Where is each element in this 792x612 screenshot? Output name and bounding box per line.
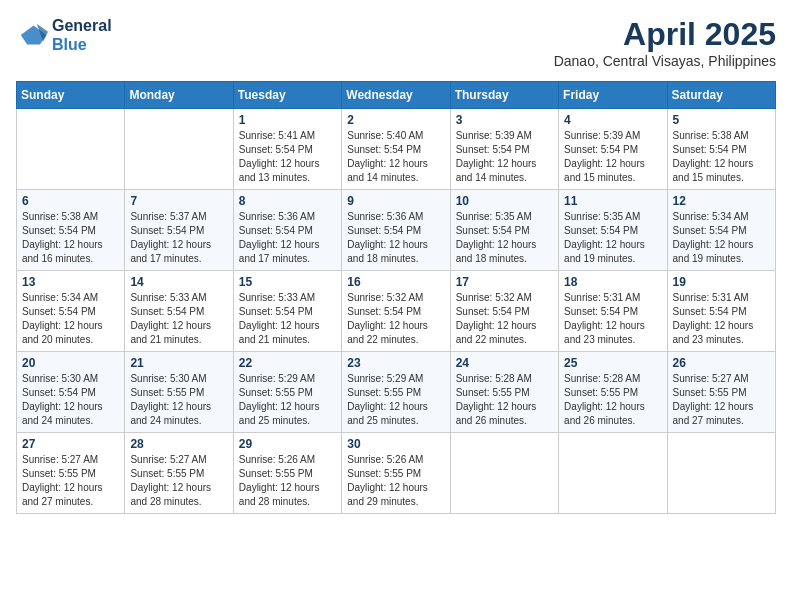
calendar-cell: 21Sunrise: 5:30 AM Sunset: 5:55 PM Dayli… — [125, 352, 233, 433]
day-info: Sunrise: 5:38 AM Sunset: 5:54 PM Dayligh… — [673, 129, 770, 185]
calendar-cell: 8Sunrise: 5:36 AM Sunset: 5:54 PM Daylig… — [233, 190, 341, 271]
day-number: 19 — [673, 275, 770, 289]
day-number: 25 — [564, 356, 661, 370]
calendar-cell: 15Sunrise: 5:33 AM Sunset: 5:54 PM Dayli… — [233, 271, 341, 352]
day-number: 1 — [239, 113, 336, 127]
day-number: 11 — [564, 194, 661, 208]
calendar-cell: 3Sunrise: 5:39 AM Sunset: 5:54 PM Daylig… — [450, 109, 558, 190]
calendar-cell: 22Sunrise: 5:29 AM Sunset: 5:55 PM Dayli… — [233, 352, 341, 433]
calendar-cell: 16Sunrise: 5:32 AM Sunset: 5:54 PM Dayli… — [342, 271, 450, 352]
day-number: 4 — [564, 113, 661, 127]
calendar-cell — [125, 109, 233, 190]
calendar-cell: 5Sunrise: 5:38 AM Sunset: 5:54 PM Daylig… — [667, 109, 775, 190]
day-info: Sunrise: 5:28 AM Sunset: 5:55 PM Dayligh… — [456, 372, 553, 428]
calendar-cell: 6Sunrise: 5:38 AM Sunset: 5:54 PM Daylig… — [17, 190, 125, 271]
calendar-cell: 7Sunrise: 5:37 AM Sunset: 5:54 PM Daylig… — [125, 190, 233, 271]
day-number: 21 — [130, 356, 227, 370]
weekday-header-row: SundayMondayTuesdayWednesdayThursdayFrid… — [17, 82, 776, 109]
day-info: Sunrise: 5:33 AM Sunset: 5:54 PM Dayligh… — [130, 291, 227, 347]
day-number: 9 — [347, 194, 444, 208]
day-number: 28 — [130, 437, 227, 451]
calendar-cell: 17Sunrise: 5:32 AM Sunset: 5:54 PM Dayli… — [450, 271, 558, 352]
calendar-cell: 20Sunrise: 5:30 AM Sunset: 5:54 PM Dayli… — [17, 352, 125, 433]
calendar-cell: 26Sunrise: 5:27 AM Sunset: 5:55 PM Dayli… — [667, 352, 775, 433]
calendar-cell: 4Sunrise: 5:39 AM Sunset: 5:54 PM Daylig… — [559, 109, 667, 190]
month-title: April 2025 — [554, 16, 776, 53]
weekday-header-saturday: Saturday — [667, 82, 775, 109]
location: Danao, Central Visayas, Philippines — [554, 53, 776, 69]
calendar-cell — [450, 433, 558, 514]
day-info: Sunrise: 5:39 AM Sunset: 5:54 PM Dayligh… — [564, 129, 661, 185]
day-info: Sunrise: 5:34 AM Sunset: 5:54 PM Dayligh… — [22, 291, 119, 347]
day-number: 24 — [456, 356, 553, 370]
day-info: Sunrise: 5:30 AM Sunset: 5:54 PM Dayligh… — [22, 372, 119, 428]
day-number: 8 — [239, 194, 336, 208]
day-info: Sunrise: 5:33 AM Sunset: 5:54 PM Dayligh… — [239, 291, 336, 347]
weekday-header-friday: Friday — [559, 82, 667, 109]
day-number: 5 — [673, 113, 770, 127]
calendar-week-5: 27Sunrise: 5:27 AM Sunset: 5:55 PM Dayli… — [17, 433, 776, 514]
day-number: 2 — [347, 113, 444, 127]
weekday-header-tuesday: Tuesday — [233, 82, 341, 109]
logo-text: General Blue — [52, 16, 112, 54]
day-number: 22 — [239, 356, 336, 370]
calendar-cell: 23Sunrise: 5:29 AM Sunset: 5:55 PM Dayli… — [342, 352, 450, 433]
day-info: Sunrise: 5:39 AM Sunset: 5:54 PM Dayligh… — [456, 129, 553, 185]
day-info: Sunrise: 5:31 AM Sunset: 5:54 PM Dayligh… — [564, 291, 661, 347]
day-info: Sunrise: 5:35 AM Sunset: 5:54 PM Dayligh… — [564, 210, 661, 266]
day-info: Sunrise: 5:34 AM Sunset: 5:54 PM Dayligh… — [673, 210, 770, 266]
calendar-table: SundayMondayTuesdayWednesdayThursdayFrid… — [16, 81, 776, 514]
weekday-header-sunday: Sunday — [17, 82, 125, 109]
day-number: 27 — [22, 437, 119, 451]
day-info: Sunrise: 5:36 AM Sunset: 5:54 PM Dayligh… — [347, 210, 444, 266]
calendar-cell: 2Sunrise: 5:40 AM Sunset: 5:54 PM Daylig… — [342, 109, 450, 190]
day-info: Sunrise: 5:29 AM Sunset: 5:55 PM Dayligh… — [347, 372, 444, 428]
calendar-week-3: 13Sunrise: 5:34 AM Sunset: 5:54 PM Dayli… — [17, 271, 776, 352]
calendar-cell: 9Sunrise: 5:36 AM Sunset: 5:54 PM Daylig… — [342, 190, 450, 271]
day-info: Sunrise: 5:27 AM Sunset: 5:55 PM Dayligh… — [22, 453, 119, 509]
weekday-header-wednesday: Wednesday — [342, 82, 450, 109]
day-number: 17 — [456, 275, 553, 289]
calendar-week-4: 20Sunrise: 5:30 AM Sunset: 5:54 PM Dayli… — [17, 352, 776, 433]
page-header: General Blue April 2025 Danao, Central V… — [16, 16, 776, 69]
calendar-cell: 28Sunrise: 5:27 AM Sunset: 5:55 PM Dayli… — [125, 433, 233, 514]
day-info: Sunrise: 5:27 AM Sunset: 5:55 PM Dayligh… — [130, 453, 227, 509]
day-number: 14 — [130, 275, 227, 289]
day-number: 29 — [239, 437, 336, 451]
calendar-cell: 18Sunrise: 5:31 AM Sunset: 5:54 PM Dayli… — [559, 271, 667, 352]
calendar-cell: 11Sunrise: 5:35 AM Sunset: 5:54 PM Dayli… — [559, 190, 667, 271]
calendar-cell — [559, 433, 667, 514]
day-number: 26 — [673, 356, 770, 370]
day-number: 13 — [22, 275, 119, 289]
day-info: Sunrise: 5:32 AM Sunset: 5:54 PM Dayligh… — [347, 291, 444, 347]
calendar-cell: 30Sunrise: 5:26 AM Sunset: 5:55 PM Dayli… — [342, 433, 450, 514]
calendar-cell — [667, 433, 775, 514]
day-number: 15 — [239, 275, 336, 289]
calendar-cell: 27Sunrise: 5:27 AM Sunset: 5:55 PM Dayli… — [17, 433, 125, 514]
logo-icon — [16, 19, 48, 51]
day-info: Sunrise: 5:38 AM Sunset: 5:54 PM Dayligh… — [22, 210, 119, 266]
day-info: Sunrise: 5:31 AM Sunset: 5:54 PM Dayligh… — [673, 291, 770, 347]
day-info: Sunrise: 5:32 AM Sunset: 5:54 PM Dayligh… — [456, 291, 553, 347]
weekday-header-monday: Monday — [125, 82, 233, 109]
calendar-cell: 19Sunrise: 5:31 AM Sunset: 5:54 PM Dayli… — [667, 271, 775, 352]
title-area: April 2025 Danao, Central Visayas, Phili… — [554, 16, 776, 69]
day-info: Sunrise: 5:41 AM Sunset: 5:54 PM Dayligh… — [239, 129, 336, 185]
calendar-cell: 14Sunrise: 5:33 AM Sunset: 5:54 PM Dayli… — [125, 271, 233, 352]
day-number: 12 — [673, 194, 770, 208]
weekday-header-thursday: Thursday — [450, 82, 558, 109]
day-info: Sunrise: 5:27 AM Sunset: 5:55 PM Dayligh… — [673, 372, 770, 428]
day-number: 3 — [456, 113, 553, 127]
calendar-cell — [17, 109, 125, 190]
day-info: Sunrise: 5:28 AM Sunset: 5:55 PM Dayligh… — [564, 372, 661, 428]
calendar-week-2: 6Sunrise: 5:38 AM Sunset: 5:54 PM Daylig… — [17, 190, 776, 271]
logo: General Blue — [16, 16, 112, 54]
day-number: 18 — [564, 275, 661, 289]
day-number: 20 — [22, 356, 119, 370]
calendar-cell: 1Sunrise: 5:41 AM Sunset: 5:54 PM Daylig… — [233, 109, 341, 190]
calendar-cell: 25Sunrise: 5:28 AM Sunset: 5:55 PM Dayli… — [559, 352, 667, 433]
calendar-cell: 10Sunrise: 5:35 AM Sunset: 5:54 PM Dayli… — [450, 190, 558, 271]
day-number: 7 — [130, 194, 227, 208]
day-number: 30 — [347, 437, 444, 451]
day-info: Sunrise: 5:26 AM Sunset: 5:55 PM Dayligh… — [239, 453, 336, 509]
